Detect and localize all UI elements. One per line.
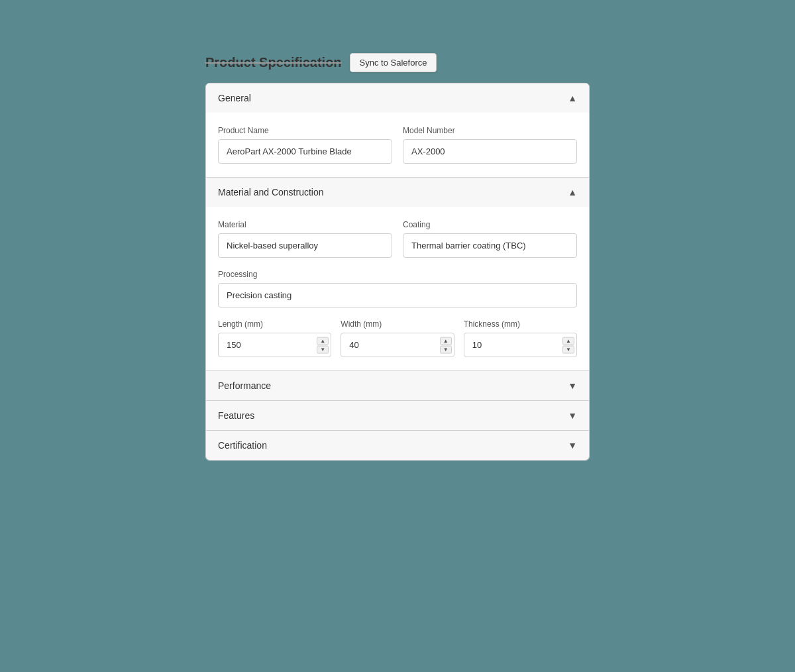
thickness-spinner-buttons: ▲ ▼ bbox=[562, 337, 574, 353]
general-section-label: General bbox=[218, 93, 251, 103]
accordion-header-performance[interactable]: Performance ▼ bbox=[206, 371, 589, 400]
general-chevron-icon: ▲ bbox=[568, 93, 577, 103]
width-decrement-button[interactable]: ▼ bbox=[440, 345, 452, 353]
material-content: Material Coating Processing bbox=[206, 207, 589, 370]
processing-label: Processing bbox=[218, 270, 577, 279]
width-increment-button[interactable]: ▲ bbox=[440, 337, 452, 345]
general-content: Product Name Model Number bbox=[206, 113, 589, 177]
accordion-section-material: Material and Construction ▲ Material Coa… bbox=[206, 178, 589, 371]
model-number-field: Model Number bbox=[403, 126, 577, 164]
accordion-header-general[interactable]: General ▲ bbox=[206, 84, 589, 113]
coating-field: Coating bbox=[403, 220, 577, 258]
length-label: Length (mm) bbox=[218, 319, 331, 329]
performance-section-label: Performance bbox=[218, 380, 271, 391]
material-label: Material bbox=[218, 220, 392, 229]
dimensions-row: Length (mm) ▲ ▼ Width (mm) bbox=[218, 319, 577, 357]
thickness-spinner: ▲ ▼ bbox=[464, 333, 577, 357]
length-decrement-button[interactable]: ▼ bbox=[317, 345, 329, 353]
model-number-label: Model Number bbox=[403, 126, 577, 135]
width-field: Width (mm) ▲ ▼ bbox=[341, 319, 454, 357]
product-name-input[interactable] bbox=[218, 139, 392, 164]
thickness-increment-button[interactable]: ▲ bbox=[562, 337, 574, 345]
length-input[interactable] bbox=[218, 333, 331, 357]
thickness-decrement-button[interactable]: ▼ bbox=[562, 345, 574, 353]
processing-input[interactable] bbox=[218, 283, 577, 308]
coating-label: Coating bbox=[403, 220, 577, 229]
width-spinner-buttons: ▲ ▼ bbox=[440, 337, 452, 353]
processing-field: Processing bbox=[218, 270, 577, 308]
coating-input[interactable] bbox=[403, 233, 577, 258]
processing-row: Processing bbox=[218, 270, 577, 308]
width-input[interactable] bbox=[341, 333, 454, 357]
general-fields-row: Product Name Model Number bbox=[218, 126, 577, 164]
material-input[interactable] bbox=[218, 233, 392, 258]
accordion-header-material[interactable]: Material and Construction ▲ bbox=[206, 178, 589, 207]
accordion-header-certification[interactable]: Certification ▼ bbox=[206, 431, 589, 460]
accordion-section-performance: Performance ▼ bbox=[206, 371, 589, 401]
accordion-section-certification: Certification ▼ bbox=[206, 431, 589, 460]
material-section-label: Material and Construction bbox=[218, 187, 324, 197]
features-section-label: Features bbox=[218, 410, 254, 421]
width-label: Width (mm) bbox=[341, 319, 454, 329]
page-wrapper: Product Specification Sync to Saleforce … bbox=[205, 53, 590, 461]
performance-chevron-icon: ▼ bbox=[568, 380, 577, 391]
material-chevron-icon: ▲ bbox=[568, 187, 577, 197]
accordion: General ▲ Product Name Model Number bbox=[205, 83, 590, 461]
material-coating-row: Material Coating bbox=[218, 220, 577, 258]
model-number-input[interactable] bbox=[403, 139, 577, 164]
material-field: Material bbox=[218, 220, 392, 258]
accordion-section-features: Features ▼ bbox=[206, 401, 589, 431]
width-spinner: ▲ ▼ bbox=[341, 333, 454, 357]
certification-section-label: Certification bbox=[218, 440, 267, 451]
product-name-field: Product Name bbox=[218, 126, 392, 164]
product-name-label: Product Name bbox=[218, 126, 392, 135]
features-chevron-icon: ▼ bbox=[568, 410, 577, 421]
thickness-field: Thickness (mm) ▲ ▼ bbox=[464, 319, 577, 357]
certification-chevron-icon: ▼ bbox=[568, 440, 577, 451]
sync-to-saleforce-button[interactable]: Sync to Saleforce bbox=[350, 53, 437, 72]
length-spinner: ▲ ▼ bbox=[218, 333, 331, 357]
accordion-section-general: General ▲ Product Name Model Number bbox=[206, 84, 589, 178]
length-spinner-buttons: ▲ ▼ bbox=[317, 337, 329, 353]
thickness-label: Thickness (mm) bbox=[464, 319, 577, 329]
thickness-input[interactable] bbox=[464, 333, 577, 357]
page-title: Product Specification bbox=[205, 55, 342, 70]
length-field: Length (mm) ▲ ▼ bbox=[218, 319, 331, 357]
length-increment-button[interactable]: ▲ bbox=[317, 337, 329, 345]
header-row: Product Specification Sync to Saleforce bbox=[205, 53, 437, 72]
accordion-header-features[interactable]: Features ▼ bbox=[206, 401, 589, 430]
